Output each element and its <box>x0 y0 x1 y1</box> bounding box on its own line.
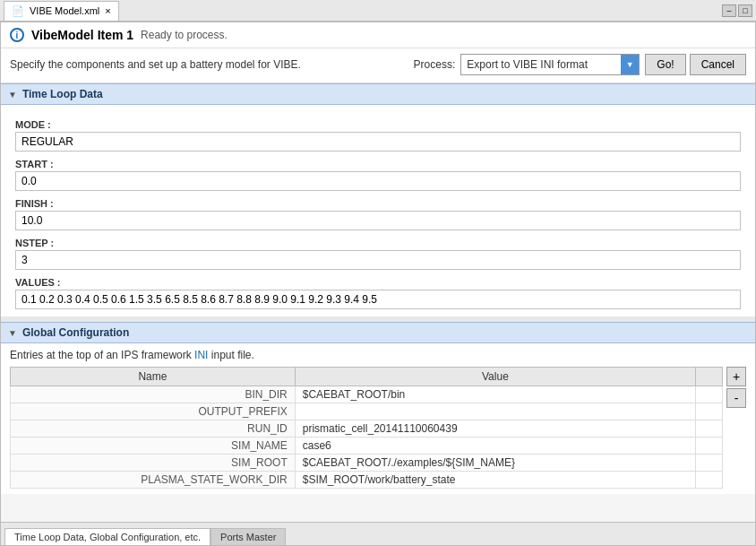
row-extra <box>696 420 723 438</box>
table-action-buttons: + - <box>726 367 746 489</box>
table-area: Name Value BIN_DIR $CAEBAT_ROOT/bin OUTP… <box>10 367 746 489</box>
title-bar: 📄 VIBE Model.xml × – □ <box>0 0 756 22</box>
col-empty <box>696 368 723 386</box>
row-extra <box>696 455 723 472</box>
row-name: PLASMA_STATE_WORK_DIR <box>11 472 296 489</box>
bottom-tabs: Time Loop Data, Global Configuration, et… <box>1 522 755 545</box>
values-input[interactable] <box>15 290 741 309</box>
minimize-button[interactable]: – <box>722 4 736 17</box>
chevron-down-icon[interactable]: ▼ <box>621 55 639 74</box>
row-name: RUN_ID <box>11 420 296 438</box>
time-loop-header[interactable]: ▼ Time Loop Data <box>1 83 755 105</box>
scroll-content: ▼ Time Loop Data MODE : START : FINISH :… <box>1 83 755 522</box>
process-select-value: Export to VIBE INI format <box>461 58 621 71</box>
row-name: BIN_DIR <box>11 386 296 403</box>
col-name: Name <box>11 368 296 386</box>
nstep-label: NSTEP : <box>15 238 741 248</box>
values-label: VALUES : <box>15 277 741 288</box>
process-select[interactable]: Export to VIBE INI format ▼ <box>460 54 640 75</box>
global-config-body: Entries at the top of an IPS framework I… <box>1 343 755 494</box>
row-value: prismatic_cell_20141110060439 <box>295 420 695 438</box>
table-row[interactable]: SIM_ROOT $CAEBAT_ROOT/./examples/${SIM_N… <box>11 455 723 472</box>
nstep-input[interactable] <box>15 250 741 270</box>
finish-input[interactable] <box>15 211 741 230</box>
mode-label: MODE : <box>15 119 741 130</box>
start-input[interactable] <box>15 171 741 191</box>
row-extra <box>696 472 723 489</box>
row-name: OUTPUT_PREFIX <box>11 403 296 420</box>
table-row[interactable]: BIN_DIR $CAEBAT_ROOT/bin <box>11 386 723 403</box>
tab-time-loop-global[interactable]: Time Loop Data, Global Configuration, et… <box>4 528 210 545</box>
table-row[interactable]: OUTPUT_PREFIX <box>11 403 723 420</box>
global-config-section: ▼ Global Configuration Entries at the to… <box>1 322 755 494</box>
content-area: ▼ Time Loop Data MODE : START : FINISH :… <box>1 83 755 522</box>
process-bar: Specify the components and set up a batt… <box>1 48 755 83</box>
collapse-icon-2: ▼ <box>8 328 17 338</box>
add-row-button[interactable]: + <box>726 367 746 386</box>
tab-ports-master[interactable]: Ports Master <box>210 528 286 545</box>
config-table: Name Value BIN_DIR $CAEBAT_ROOT/bin OUTP… <box>10 367 723 489</box>
table-row[interactable]: SIM_NAME case6 <box>11 438 723 455</box>
row-value: case6 <box>295 438 695 455</box>
global-config-header[interactable]: ▼ Global Configuration <box>1 322 755 343</box>
info-title: VibeModel Item 1 <box>31 28 133 42</box>
gc-description: Entries at the top of an IPS framework I… <box>10 349 746 361</box>
start-label: START : <box>15 159 741 169</box>
table-row[interactable]: RUN_ID prismatic_cell_20141110060439 <box>11 420 723 438</box>
process-description: Specify the components and set up a batt… <box>10 58 414 71</box>
file-icon: 📄 <box>12 5 24 17</box>
go-button[interactable]: Go! <box>645 54 685 75</box>
row-value: $CAEBAT_ROOT/./examples/${SIM_NAME} <box>295 455 695 472</box>
tab-close-icon[interactable]: × <box>105 5 110 16</box>
row-extra <box>696 403 723 420</box>
main-window: i VibeModel Item 1 Ready to process. Spe… <box>0 22 756 546</box>
finish-label: FINISH : <box>15 198 741 209</box>
ini-link[interactable]: INI <box>194 349 208 361</box>
row-extra <box>696 386 723 403</box>
global-config-title: Global Configuration <box>22 326 129 339</box>
collapse-icon: ▼ <box>8 90 17 100</box>
row-value <box>295 403 695 420</box>
window-controls: – □ <box>722 4 752 17</box>
cancel-button[interactable]: Cancel <box>690 54 746 75</box>
row-name: SIM_NAME <box>11 438 296 455</box>
process-label: Process: <box>414 58 456 71</box>
row-value: $CAEBAT_ROOT/bin <box>295 386 695 403</box>
row-name: SIM_ROOT <box>11 455 296 472</box>
mode-input[interactable] <box>15 132 741 152</box>
info-icon: i <box>10 28 24 42</box>
remove-row-button[interactable]: - <box>726 388 746 408</box>
col-value: Value <box>295 368 695 386</box>
row-value: $SIM_ROOT/work/battery_state <box>295 472 695 489</box>
time-loop-section: ▼ Time Loop Data MODE : START : FINISH :… <box>1 83 755 316</box>
info-bar: i VibeModel Item 1 Ready to process. <box>1 22 755 48</box>
title-bar-tab[interactable]: 📄 VIBE Model.xml × <box>4 1 119 21</box>
row-extra <box>696 438 723 455</box>
time-loop-body: MODE : START : FINISH : NSTEP : VALUES : <box>1 105 755 316</box>
info-status: Ready to process. <box>141 29 228 41</box>
maximize-button[interactable]: □ <box>738 4 752 17</box>
tab-label: VIBE Model.xml <box>30 5 99 16</box>
time-loop-title: Time Loop Data <box>22 88 103 100</box>
table-row[interactable]: PLASMA_STATE_WORK_DIR $SIM_ROOT/work/bat… <box>11 472 723 489</box>
